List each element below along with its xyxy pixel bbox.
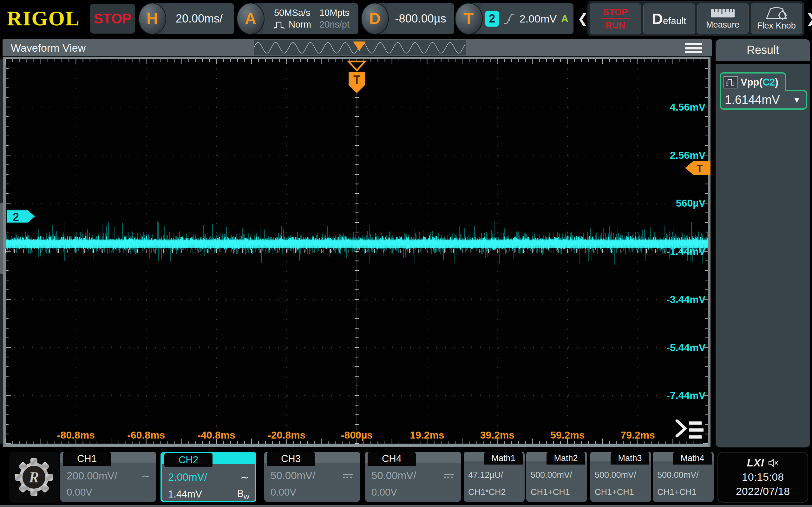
measurement-card-vpp[interactable]: Vpp(C2) 1.6144mV ▼ (720, 72, 807, 110)
math3-scale: 500.00mV/ (595, 470, 636, 480)
lxi-logo: LXI (747, 457, 764, 469)
y-axis-label: 560µV (676, 198, 706, 209)
ch2-tab[interactable]: CH2 (164, 453, 212, 467)
dc-coupling-icon (443, 472, 455, 479)
math-card-math2[interactable]: Math2 500.00mV/ CH1+CH1 (526, 452, 587, 502)
math2-scale: 500.00mV/ (531, 470, 572, 480)
x-axis-label: 39.2ms (480, 429, 515, 441)
measurement-value: 1.6144mV (725, 93, 780, 107)
ch1-tab[interactable]: CH1 (63, 452, 111, 466)
x-axis-label: 59.2ms (550, 429, 585, 441)
y-axis-label: -7.44mV (666, 390, 705, 401)
ch4-tab[interactable]: CH4 (368, 452, 416, 466)
x-axis-label: -60.8ms (127, 429, 165, 441)
channel-card-ch3[interactable]: CH3 50.00mV/ 0.00V (264, 452, 360, 502)
measurement-value-row[interactable]: 1.6144mV ▼ (720, 90, 807, 110)
x-axis-label: -40.8ms (198, 429, 235, 441)
ch2-offset: 1.44mV (168, 489, 202, 500)
x-axis-label: 79.2ms (620, 429, 655, 441)
channel-card-ch1[interactable]: CH1 200.00mV/∼ 0.00V (60, 452, 156, 502)
clock-time: 10:15:08 (742, 471, 784, 483)
channel-card-ch2[interactable]: CH2 2.00mV/∼ 1.44mV BW (160, 452, 256, 502)
ac-coupling-icon: ∼ (142, 469, 151, 482)
ch3-scale: 50.00mV/ (270, 469, 315, 482)
ch1-offset: 0.00V (67, 487, 92, 498)
bottom-bar: R CH1 200.00mV/∼ 0.00V CH2 2.00mV/∼ 1.44… (0, 449, 812, 506)
math4-expr: CH1+CH1 (657, 487, 697, 497)
speaker-muted-icon[interactable] (768, 458, 779, 468)
math4-scale: 500.00mV/ (657, 470, 699, 480)
math-card-math4[interactable]: Math4 500.00mV/ CH1+CH1 (653, 452, 714, 502)
measurement-channel: C2 (763, 77, 775, 88)
y-axis-label: -3.44mV (666, 294, 705, 305)
x-axis-label: -800µs (341, 429, 373, 441)
system-gear-button[interactable]: R (9, 452, 59, 503)
left-scrollbar-thumb[interactable] (0, 203, 3, 274)
math3-tab[interactable]: Math3 (611, 452, 649, 464)
result-panel-title: Result (716, 39, 810, 64)
ch2-scale: 2.00mV/ (168, 471, 207, 483)
math2-tab[interactable]: Math2 (547, 452, 585, 464)
bandwidth-limit-badge: BW (237, 488, 249, 501)
status-tile[interactable]: LXI 10:15:08 2022/07/18 (717, 452, 808, 503)
math-card-math3[interactable]: Math3 500.00mV/ CH1+CH1 (590, 452, 651, 502)
y-axis-label: 4.56mV (670, 101, 706, 113)
ch4-scale: 50.00mV/ (371, 469, 416, 482)
measurement-waveform-icon (723, 76, 738, 89)
clock-date: 2022/07/18 (736, 485, 790, 498)
math1-tab[interactable]: Math1 (484, 452, 523, 464)
ch4-offset: 0.00V (371, 487, 397, 498)
measurement-func: Vpp( (741, 77, 763, 88)
svg-text:2: 2 (13, 211, 19, 224)
x-axis-label: -80.8ms (57, 429, 95, 441)
bottom-edge-strip (0, 505, 812, 507)
ac-coupling-icon: ∼ (241, 471, 250, 484)
svg-text:R: R (29, 469, 39, 486)
oscilloscope-screen: RIGOL STOP 20.00ms/ H 50MSa/s 10Mpts (0, 0, 812, 507)
math2-expr: CH1+CH1 (531, 487, 570, 497)
x-axis-labels: -80.8ms-60.8ms-40.8ms-20.8ms-800µs19.2ms… (57, 429, 655, 441)
ch3-offset: 0.00V (270, 487, 296, 498)
card-tab-join (721, 90, 785, 93)
math3-expr: CH1+CH1 (595, 487, 634, 497)
result-panel: Result Vpp(C2) 1.6144mV ▼ (716, 39, 810, 447)
channel-card-ch4[interactable]: CH4 50.00mV/ 0.00V (365, 452, 461, 502)
svg-text:T: T (697, 163, 703, 174)
rigol-gear-icon: R (14, 457, 54, 497)
y-axis-label: 2.56mV (670, 150, 706, 161)
y-axis-label: -1.44mV (666, 245, 705, 257)
math-card-math1[interactable]: Math1 47.12µU/ CH1*CH2 (464, 452, 525, 502)
waveform-plot[interactable]: -80.8ms-60.8ms-40.8ms-20.8ms-800µs19.2ms… (0, 0, 812, 507)
dc-coupling-icon (342, 472, 354, 479)
ch1-scale: 200.00mV/ (67, 470, 117, 482)
ch3-tab[interactable]: CH3 (267, 452, 315, 466)
x-axis-label: 19.2ms (410, 429, 444, 441)
x-axis-label: -20.8ms (268, 429, 305, 441)
dropdown-caret-icon[interactable]: ▼ (793, 95, 801, 105)
y-axis-label: -5.44mV (666, 342, 705, 353)
measurement-close-paren: ) (775, 77, 778, 88)
math1-scale: 47.12µU/ (468, 470, 503, 480)
math4-tab[interactable]: Math4 (673, 452, 712, 464)
svg-text:T: T (353, 73, 360, 86)
math1-expr: CH1*CH2 (468, 487, 506, 497)
measurement-card-tab: Vpp(C2) (720, 72, 786, 91)
